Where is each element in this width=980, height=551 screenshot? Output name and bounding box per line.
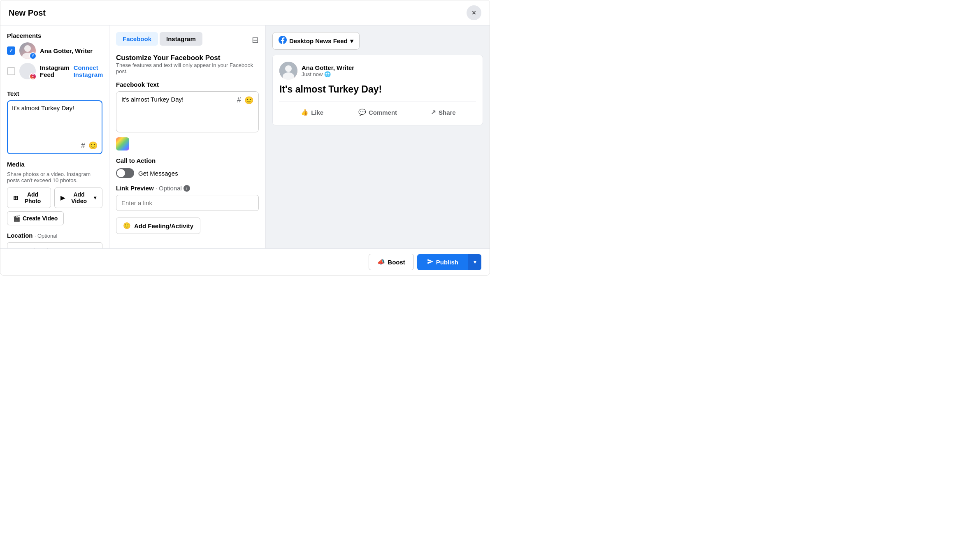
media-subtitle: Share photos or a video. Instagram posts… [7, 171, 102, 183]
close-button[interactable]: × [467, 5, 481, 20]
text-area-icons: # 🙂 [12, 141, 98, 150]
facebook-checkbox[interactable] [7, 46, 15, 55]
add-photo-button[interactable]: ⊞ Add Photo [7, 188, 51, 208]
publish-button[interactable]: Publish [417, 254, 468, 270]
preview-dropdown-label: Desktop News Feed [289, 37, 348, 44]
preview-like-action[interactable]: 👍 Like [279, 106, 345, 118]
publish-icon [427, 258, 434, 266]
facebook-placement-name: Ana Gotter, Writer [40, 47, 102, 54]
location-optional: · Optional [35, 233, 58, 239]
fb-text-icons: # 🙂 [237, 96, 253, 105]
instagram-placement-info: Instagram Feed [40, 64, 70, 78]
create-video-button[interactable]: 🎬 Create Video [7, 211, 64, 225]
link-preview-label: Link Preview [116, 185, 154, 192]
column-layout-icon[interactable]: ⊟ [252, 35, 259, 45]
like-label: Like [311, 109, 323, 116]
cta-toggle-text: Get Messages [138, 170, 178, 177]
preview-card: Ana Gotter, Writer Just now 🌐 It's almos… [272, 55, 483, 125]
connect-instagram-link[interactable]: Connect Instagram [74, 64, 103, 78]
svg-point-5 [285, 65, 292, 72]
preview-post-text: It's almost Turkey Day! [279, 84, 476, 95]
tab-facebook[interactable]: Facebook [116, 32, 158, 46]
svg-point-2 [33, 76, 34, 77]
boost-icon: 📣 [377, 258, 385, 266]
cta-section: Call to Action Get Messages [116, 157, 259, 178]
tab-bar: Facebook Instagram [116, 32, 202, 46]
preview-comment-action[interactable]: 💬 Comment [345, 106, 410, 118]
placements-section: Placements f Ana Gotter, Writer [7, 32, 102, 83]
media-label: Media [7, 161, 102, 168]
modal-title: New Post [9, 8, 46, 18]
svg-point-3 [34, 75, 34, 76]
location-section: Location · Optional [7, 232, 102, 248]
media-buttons: ⊞ Add Photo ▶ Add Video ▾ 🎬 Create Video [7, 188, 102, 225]
media-row-1: ⊞ Add Photo ▶ Add Video ▾ [7, 188, 102, 208]
svg-point-0 [24, 45, 31, 52]
preview-globe-icon: 🌐 [324, 71, 331, 77]
boost-button[interactable]: 📣 Boost [369, 254, 414, 270]
cta-toggle[interactable] [116, 168, 134, 178]
share-icon: ↗ [431, 109, 436, 116]
link-preview-label-row: Link Preview · Optional i [116, 185, 259, 192]
preview-user-row: Ana Gotter, Writer Just now 🌐 [279, 62, 476, 80]
link-preview-info-icon[interactable]: i [183, 185, 190, 192]
preview-username: Ana Gotter, Writer [302, 64, 354, 71]
preview-share-action[interactable]: ↗ Share [411, 106, 476, 118]
hashtag-icon[interactable]: # [81, 141, 85, 150]
share-label: Share [439, 109, 456, 116]
like-icon: 👍 [301, 109, 309, 116]
tab-bar-row: Facebook Instagram ⊟ [116, 32, 259, 47]
text-area-wrapper: # 🙂 [7, 100, 102, 154]
feeling-icon: 🙂 [123, 222, 131, 229]
location-input[interactable] [7, 242, 102, 248]
add-photo-label: Add Photo [21, 191, 45, 204]
toggle-knob [117, 169, 125, 177]
text-section: Text # 🙂 [7, 90, 102, 154]
publish-dropdown-button[interactable]: ▾ [468, 254, 481, 270]
create-video-icon: 🎬 [13, 215, 20, 222]
preview-time: Just now [302, 71, 323, 77]
add-video-icon: ▶ [60, 194, 65, 201]
color-background-icon[interactable] [116, 137, 129, 150]
emoji-icon[interactable]: 🙂 [88, 141, 98, 150]
media-row-2: 🎬 Create Video [7, 211, 102, 225]
feeling-button[interactable]: 🙂 Add Feeling/Activity [116, 218, 200, 234]
placement-facebook: f Ana Gotter, Writer [7, 42, 102, 59]
fb-text-section: Facebook Text It's almost Turkey Day! # … [116, 81, 259, 132]
fb-text-value: It's almost Turkey Day! [121, 96, 183, 103]
customize-title: Customize Your Facebook Post [116, 54, 259, 62]
link-preview-optional: · Optional [156, 185, 182, 192]
placement-instagram: Instagram Feed Connect Instagram [7, 63, 102, 79]
fb-hashtag-icon[interactable]: # [237, 96, 241, 105]
placements-label: Placements [7, 32, 102, 39]
comment-label: Comment [369, 109, 397, 116]
create-video-label: Create Video [23, 215, 58, 222]
link-preview-input[interactable] [116, 195, 259, 211]
facebook-badge: f [29, 52, 37, 60]
modal-footer: 📣 Boost Publish ▾ [0, 248, 490, 275]
facebook-preview-icon [279, 36, 287, 46]
instagram-avatar-wrapper [19, 63, 36, 79]
feeling-section: 🙂 Add Feeling/Activity [116, 218, 259, 234]
media-section: Media Share photos or a video. Instagram… [7, 161, 102, 225]
instagram-placement-name: Instagram Feed [40, 64, 70, 78]
boost-label: Boost [388, 259, 405, 266]
fb-emoji-icon[interactable]: 🙂 [244, 96, 253, 105]
fb-text-label: Facebook Text [116, 81, 259, 88]
facebook-avatar-wrapper: f [19, 42, 36, 59]
instagram-checkbox[interactable] [7, 67, 15, 75]
preview-dropdown[interactable]: Desktop News Feed ▾ [272, 32, 360, 50]
preview-header: Desktop News Feed ▾ [272, 32, 483, 50]
feeling-label: Add Feeling/Activity [134, 222, 193, 229]
tab-instagram[interactable]: Instagram [160, 32, 202, 46]
add-photo-icon: ⊞ [13, 194, 18, 201]
add-video-button[interactable]: ▶ Add Video ▾ [54, 188, 102, 208]
publish-label: Publish [436, 259, 458, 266]
preview-avatar [279, 62, 297, 80]
preview-actions: 👍 Like 💬 Comment ↗ Share [279, 102, 476, 118]
post-text-input[interactable] [12, 104, 98, 139]
preview-dropdown-chevron: ▾ [350, 37, 353, 45]
facebook-placement-info: Ana Gotter, Writer [40, 47, 102, 54]
modal-body: Placements f Ana Gotter, Writer [0, 25, 490, 248]
link-preview-section: Link Preview · Optional i [116, 185, 259, 211]
